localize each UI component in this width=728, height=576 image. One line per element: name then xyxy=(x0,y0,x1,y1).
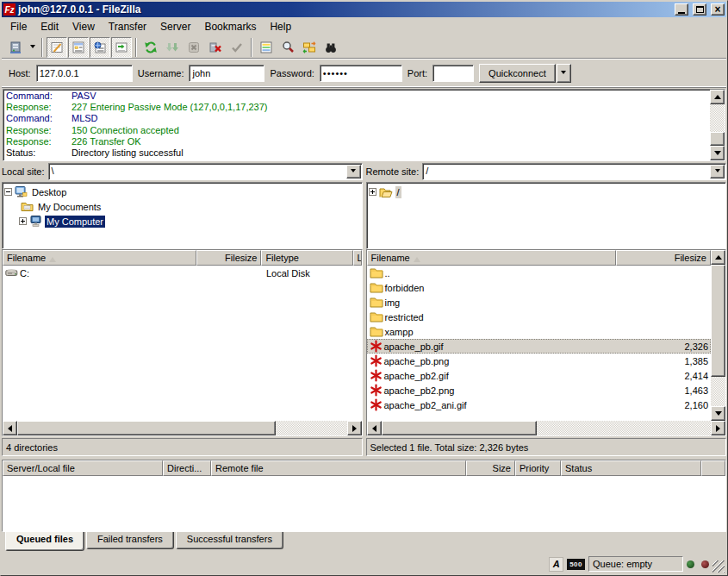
resize-grip[interactable] xyxy=(712,560,725,573)
column-header-server-local-file[interactable]: Server/Local file xyxy=(3,460,163,476)
expand-box-icon[interactable] xyxy=(19,217,27,225)
file-row-c-drive[interactable]: C: Local Disk xyxy=(3,266,362,280)
password-label: Password: xyxy=(270,68,314,78)
toggle-local-tree-button[interactable] xyxy=(68,37,89,58)
tree-item-desktop[interactable]: Desktop xyxy=(4,185,362,199)
tab-queued-files[interactable]: Queued files xyxy=(5,532,84,551)
close-button[interactable]: × xyxy=(711,3,725,16)
username-input[interactable] xyxy=(189,65,264,82)
reconnect-button[interactable] xyxy=(227,37,247,58)
scroll-down-button[interactable] xyxy=(711,406,725,421)
port-input[interactable] xyxy=(432,65,474,82)
disconnect-button[interactable] xyxy=(205,37,226,58)
local-list-hscrollbar[interactable] xyxy=(3,421,362,435)
quickconnect-dropdown[interactable] xyxy=(557,64,571,83)
scroll-right-button[interactable] xyxy=(711,421,725,435)
column-header-priority[interactable]: Priority xyxy=(515,460,561,476)
arrow-up-icon xyxy=(715,252,722,260)
column-header-lastmodified[interactable]: L xyxy=(353,250,362,266)
scrollbar-thumb[interactable] xyxy=(382,421,537,435)
menu-help[interactable]: Help xyxy=(263,18,298,35)
host-input[interactable] xyxy=(36,65,133,82)
minimize-button[interactable] xyxy=(675,3,688,16)
menu-bar: File Edit View Transfer Server Bookmarks… xyxy=(2,17,726,36)
remote-list-header: Filename Filesize xyxy=(367,250,712,266)
find-files-button[interactable] xyxy=(320,37,341,58)
directory-comparison-button[interactable] xyxy=(256,37,277,58)
column-header-filename[interactable]: Filename xyxy=(3,250,196,266)
scrollbar-thumb[interactable] xyxy=(17,421,276,435)
maximize-button[interactable] xyxy=(693,3,706,16)
file-row[interactable]: apache_pb2_ani.gif 2,160 xyxy=(367,398,712,412)
scrollbar-track[interactable] xyxy=(711,265,725,406)
tree-item-my-computer[interactable]: My Computer xyxy=(4,214,362,229)
scroll-right-button[interactable] xyxy=(347,421,362,435)
file-row[interactable]: restricted xyxy=(367,310,712,324)
file-row-selected[interactable]: apache_pb.gif 2,326 xyxy=(367,339,712,354)
tab-successful-transfers[interactable]: Successful transfers xyxy=(176,532,283,549)
quickconnect-button[interactable]: Quickconnect xyxy=(479,64,556,83)
scrollbar-track[interactable] xyxy=(382,421,712,435)
column-header-filesize[interactable]: Filesize xyxy=(196,250,261,266)
scroll-up-button[interactable] xyxy=(711,250,725,265)
file-row[interactable]: apache_pb2.png 1,463 xyxy=(367,383,712,398)
toggle-remote-tree-button[interactable] xyxy=(90,37,110,58)
file-row[interactable]: xampp xyxy=(367,324,712,339)
remote-list-vscrollbar[interactable] xyxy=(711,250,725,421)
scroll-left-button[interactable] xyxy=(3,421,17,435)
site-panes: Local site: \ Desktop xyxy=(2,163,726,249)
scroll-down-button[interactable] xyxy=(710,146,725,160)
menu-transfer[interactable]: Transfer xyxy=(102,18,153,35)
remote-site-label: Remote site: xyxy=(366,166,420,177)
column-header-filename[interactable]: Filename xyxy=(367,250,616,266)
column-header-direction[interactable]: Directi... xyxy=(163,460,211,476)
file-row[interactable]: .. xyxy=(367,266,712,280)
tab-failed-transfers[interactable]: Failed transfers xyxy=(86,532,174,549)
chevron-down-icon xyxy=(351,169,356,175)
local-site-combo[interactable]: \ xyxy=(48,163,363,180)
remote-site-combo-dropdown[interactable] xyxy=(710,165,725,178)
column-header-status[interactable]: Status xyxy=(561,460,701,476)
scrollbar-thumb[interactable] xyxy=(710,132,725,146)
column-header-remote-file[interactable]: Remote file xyxy=(211,460,466,476)
menu-server[interactable]: Server xyxy=(153,18,197,35)
toggle-queue-button[interactable] xyxy=(111,37,132,58)
menu-bookmarks[interactable]: Bookmarks xyxy=(197,18,263,35)
column-header-size[interactable]: Size xyxy=(466,460,515,476)
scroll-up-button[interactable] xyxy=(710,90,725,104)
password-input[interactable] xyxy=(320,65,402,82)
expand-box-icon[interactable] xyxy=(369,188,376,196)
scrollbar-track[interactable] xyxy=(17,421,347,435)
menu-edit[interactable]: Edit xyxy=(34,18,65,35)
local-site-combo-dropdown[interactable] xyxy=(346,165,361,178)
scroll-left-button[interactable] xyxy=(367,421,382,435)
remote-site-combo[interactable]: / xyxy=(422,163,726,180)
column-header-filetype[interactable]: Filetype xyxy=(261,250,352,266)
process-queue-button[interactable] xyxy=(162,37,183,58)
refresh-icon xyxy=(144,41,158,54)
tree-item-root[interactable]: / xyxy=(369,185,726,199)
arrow-left-icon xyxy=(369,425,376,432)
file-row[interactable]: img xyxy=(367,295,712,310)
log-vertical-scrollbar[interactable] xyxy=(710,90,725,160)
tree-item-my-documents[interactable]: My Documents xyxy=(4,199,362,214)
collapse-box-icon[interactable] xyxy=(4,188,12,196)
menu-view[interactable]: View xyxy=(65,18,102,35)
file-row[interactable]: forbidden xyxy=(367,280,712,295)
file-row[interactable]: apache_pb2.gif 2,414 xyxy=(367,368,712,383)
remote-list-hscrollbar[interactable] xyxy=(367,421,726,435)
refresh-button[interactable] xyxy=(140,37,161,58)
file-row[interactable]: apache_pb.png 1,385 xyxy=(367,354,712,368)
filename-filters-button[interactable] xyxy=(277,37,298,58)
cancel-operation-button[interactable] xyxy=(184,37,204,58)
column-header-filesize[interactable]: Filesize xyxy=(616,250,712,266)
folder-icon xyxy=(370,326,383,337)
scrollbar-thumb[interactable] xyxy=(711,265,725,377)
remote-list-status: Selected 1 file. Total size: 2,326 bytes xyxy=(366,438,727,456)
site-manager-dropdown[interactable] xyxy=(27,37,38,58)
scrollbar-track[interactable] xyxy=(710,104,725,146)
site-manager-button[interactable] xyxy=(5,37,26,58)
menu-file[interactable]: File xyxy=(3,18,34,35)
toggle-message-log-button[interactable] xyxy=(47,37,67,58)
synchronized-browsing-button[interactable] xyxy=(299,37,320,58)
